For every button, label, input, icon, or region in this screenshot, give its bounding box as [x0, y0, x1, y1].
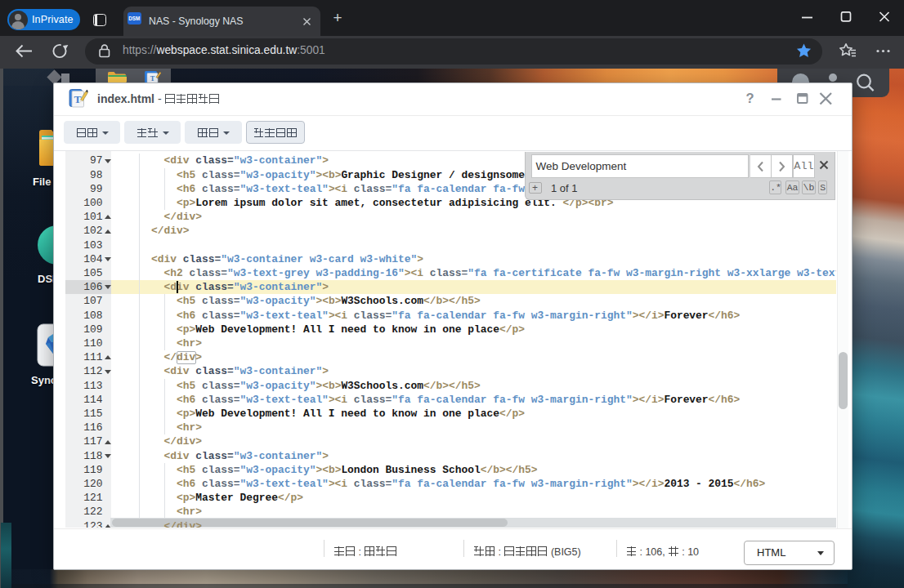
- svg-text:T: T: [74, 93, 81, 105]
- svg-text:T: T: [150, 74, 155, 82]
